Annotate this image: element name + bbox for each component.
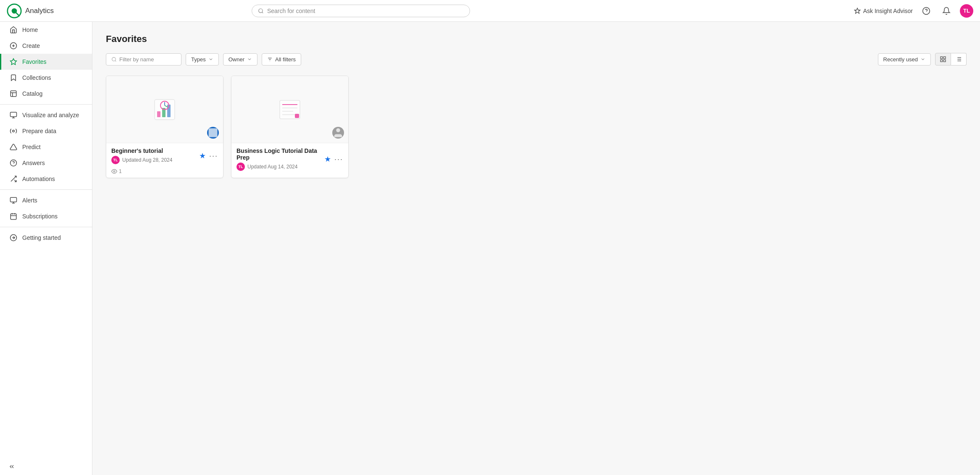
card-views-1: 1 — [106, 168, 223, 178]
card-thumbnail-icon-2 — [276, 96, 303, 123]
card-type-badge-1 — [207, 127, 219, 139]
sidebar-divider-1 — [0, 104, 92, 105]
list-view-button[interactable] — [951, 53, 967, 66]
search-bar[interactable]: Search for content — [252, 5, 470, 17]
sidebar-item-home[interactable]: Home — [0, 22, 92, 38]
help-button[interactable] — [920, 4, 933, 18]
card-business-logic[interactable]: Business Logic Tutorial Data Prep TL Upd… — [231, 76, 349, 178]
favorites-icon — [10, 58, 17, 66]
card-thumb-2 — [231, 76, 348, 143]
sidebar-item-catalog[interactable]: Catalog — [0, 86, 92, 102]
card-title-2: Business Logic Tutorial Data Prep — [236, 147, 324, 161]
sidebar-item-getting-started[interactable]: Getting started — [0, 230, 92, 246]
notifications-button[interactable] — [940, 4, 953, 18]
subscriptions-icon — [10, 213, 17, 220]
all-filters-icon — [267, 57, 273, 62]
types-filter-button[interactable]: Types — [186, 53, 219, 66]
sidebar-collapse-button[interactable] — [8, 463, 15, 470]
sidebar-item-automations[interactable]: Automations — [0, 171, 92, 187]
filter-name-input[interactable]: Filter by name — [106, 53, 181, 66]
svg-point-52 — [113, 171, 115, 172]
top-navigation: Analytics Search for content Ask Insight… — [0, 0, 980, 22]
insight-btn-label: Ask Insight Advisor — [863, 8, 913, 14]
insight-advisor-button[interactable]: Ask Insight Advisor — [854, 8, 913, 14]
owner-chevron-icon — [247, 57, 252, 62]
card-avatar-1: TL — [111, 156, 120, 164]
sidebar-item-favorites[interactable]: Favorites — [0, 54, 92, 70]
card-badge-icon-1 — [207, 119, 219, 146]
card-star-button-2[interactable]: ★ — [324, 155, 331, 164]
all-filters-label: All filters — [275, 56, 296, 63]
sidebar-label-getting-started: Getting started — [22, 234, 61, 241]
sidebar-label-create: Create — [22, 42, 40, 49]
card-more-button-1[interactable]: ··· — [209, 152, 218, 160]
sidebar-label-automations: Automations — [22, 176, 55, 182]
sidebar-item-answers[interactable]: Answers — [0, 155, 92, 171]
app-logo[interactable]: Analytics — [7, 3, 54, 18]
answers-icon — [10, 159, 17, 167]
sort-button[interactable]: Recently used — [878, 53, 931, 66]
visualize-icon — [10, 111, 17, 119]
svg-line-4 — [262, 12, 263, 13]
svg-rect-14 — [11, 112, 17, 117]
svg-rect-25 — [11, 214, 16, 220]
svg-rect-51 — [209, 129, 218, 137]
home-icon — [10, 26, 17, 34]
svg-rect-58 — [295, 114, 299, 118]
prepare-icon — [10, 127, 17, 135]
card-meta-2: TL Updated Aug 14, 2024 — [236, 163, 324, 171]
svg-point-59 — [336, 129, 340, 132]
types-label: Types — [191, 56, 206, 63]
card-avatar-2: TL — [236, 163, 245, 171]
create-icon — [10, 42, 17, 50]
sidebar-label-collections: Collections — [22, 74, 51, 81]
filter-placeholder: Filter by name — [119, 56, 154, 63]
svg-point-31 — [112, 57, 116, 61]
svg-rect-11 — [11, 91, 16, 97]
svg-rect-38 — [943, 60, 946, 62]
sidebar-item-prepare[interactable]: Prepare data — [0, 123, 92, 139]
filter-search-icon — [111, 57, 117, 62]
sidebar-label-answers: Answers — [22, 160, 45, 166]
card-more-button-2[interactable]: ··· — [334, 155, 343, 164]
sidebar-item-collections[interactable]: Collections — [0, 70, 92, 86]
list-view-icon — [955, 56, 962, 63]
sidebar-item-alerts[interactable]: Alerts — [0, 192, 92, 208]
card-star-button-1[interactable]: ★ — [199, 151, 206, 160]
card-footer-2: Business Logic Tutorial Data Prep TL Upd… — [231, 143, 348, 175]
insight-icon — [854, 8, 861, 14]
all-filters-button[interactable]: All filters — [262, 53, 301, 66]
sidebar-divider-2 — [0, 189, 92, 190]
svg-line-32 — [115, 60, 116, 61]
card-badge-icon-2 — [332, 119, 344, 146]
card-actions-1: ★ ··· — [199, 151, 218, 160]
sidebar-label-visualize: Visualize and analyze — [22, 112, 79, 118]
card-footer-row-1: Beginner's tutorial TL Updated Aug 28, 2… — [111, 147, 218, 164]
filter-bar: Filter by name Types Owner All filters R… — [106, 53, 967, 66]
sidebar-label-prepare: Prepare data — [22, 128, 56, 134]
search-icon — [258, 8, 264, 14]
owner-filter-button[interactable]: Owner — [223, 53, 257, 66]
sidebar-item-subscriptions[interactable]: Subscriptions — [0, 208, 92, 224]
owner-label: Owner — [229, 56, 244, 63]
automations-icon — [10, 175, 17, 183]
types-chevron-icon — [208, 57, 213, 62]
card-updated-1: Updated Aug 28, 2024 — [122, 157, 172, 163]
sort-label: Recently used — [883, 56, 918, 63]
card-updated-2: Updated Aug 14, 2024 — [247, 164, 297, 170]
sidebar-label-predict: Predict — [22, 144, 41, 150]
collapse-icon — [8, 463, 15, 470]
alerts-icon — [10, 197, 17, 204]
sidebar: Home Create Favorites Collections Catalo… — [0, 22, 92, 475]
card-beginners-tutorial[interactable]: Beginner's tutorial TL Updated Aug 28, 2… — [106, 76, 223, 178]
sidebar-item-visualize[interactable]: Visualize and analyze — [0, 107, 92, 123]
grid-view-button[interactable] — [935, 53, 951, 66]
user-avatar[interactable]: TL — [960, 4, 973, 18]
sidebar-label-catalog: Catalog — [22, 90, 42, 97]
card-type-badge-2 — [332, 127, 344, 139]
sidebar-item-create[interactable]: Create — [0, 38, 92, 54]
svg-rect-37 — [943, 57, 946, 59]
svg-rect-39 — [941, 60, 943, 62]
sidebar-item-predict[interactable]: Predict — [0, 139, 92, 155]
card-footer-row-2: Business Logic Tutorial Data Prep TL Upd… — [236, 147, 343, 171]
